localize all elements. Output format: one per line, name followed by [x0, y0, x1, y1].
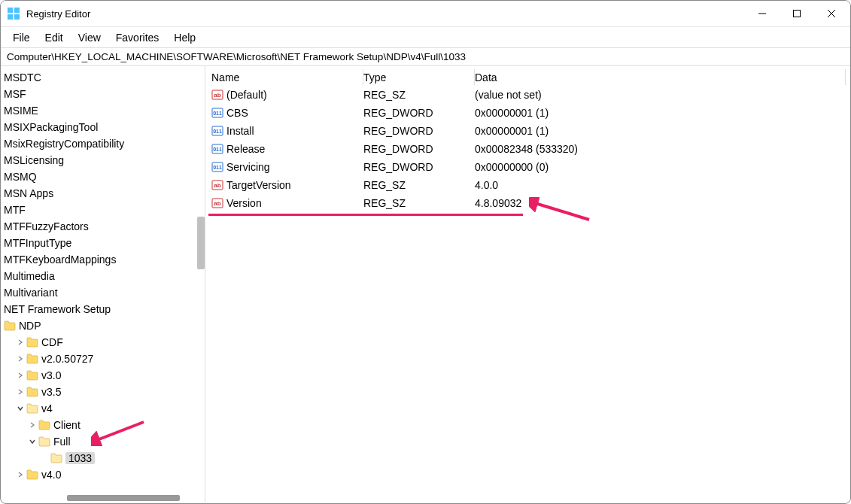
tree-item[interactable]: MsixRegistryCompatibility: [1, 135, 205, 152]
folder-icon: [38, 420, 50, 430]
value-row[interactable]: 011InstallREG_DWORD0x00000001 (1): [210, 122, 846, 140]
menubar: File Edit View Favorites Help: [1, 26, 850, 47]
folder-icon: [38, 436, 50, 447]
string-value-icon: ab: [211, 179, 223, 191]
tree-label: MSN Apps: [4, 187, 53, 199]
chevron-right-icon[interactable]: [28, 421, 37, 430]
chevron-down-icon[interactable]: [16, 404, 25, 413]
chevron-right-icon[interactable]: [16, 338, 25, 347]
tree-item[interactable]: MTF: [1, 202, 205, 218]
scrollbar-horizontal[interactable]: [67, 495, 180, 501]
value-name: Install: [226, 125, 254, 137]
value-row[interactable]: abVersionREG_SZ4.8.09032: [210, 194, 846, 212]
chevron-right-icon[interactable]: [16, 470, 25, 479]
tree-label: MTFInputType: [4, 237, 71, 249]
close-button[interactable]: [814, 2, 849, 26]
value-type: REG_SZ: [363, 197, 475, 209]
col-header-name[interactable]: Name: [210, 69, 363, 85]
col-header-data[interactable]: Data: [475, 69, 846, 85]
tree-label: MSLicensing: [4, 154, 64, 166]
menu-view[interactable]: View: [71, 29, 108, 46]
menu-help[interactable]: Help: [166, 29, 203, 46]
value-type: REG_SZ: [363, 89, 475, 101]
chevron-right-icon[interactable]: [16, 354, 25, 363]
menu-favorites[interactable]: Favorites: [108, 29, 167, 46]
tree-item[interactable]: MSIXPackagingTool: [1, 119, 205, 135]
svg-rect-5: [794, 11, 801, 17]
chevron-right-icon[interactable]: [16, 387, 25, 396]
tree-item[interactable]: 1033: [1, 450, 205, 466]
tree-item[interactable]: MSMQ: [1, 169, 205, 185]
svg-line-22: [535, 203, 589, 220]
tree-item[interactable]: NDP: [1, 317, 205, 334]
folder-icon: [26, 337, 38, 348]
tree-item[interactable]: MTFKeyboardMappings: [1, 251, 205, 268]
titlebar: Registry Editor: [1, 1, 850, 26]
tree-item[interactable]: v4.0: [1, 466, 205, 483]
folder-icon: [26, 387, 38, 397]
value-row[interactable]: 011CBSREG_DWORD0x00000001 (1): [210, 104, 846, 122]
tree-label: Multivariant: [4, 287, 58, 299]
chevron-down-icon[interactable]: [28, 437, 37, 446]
value-data: 4.0.0: [475, 179, 846, 191]
dword-value-icon: 011: [211, 125, 223, 137]
tree-item[interactable]: v2.0.50727: [1, 351, 205, 367]
svg-rect-0: [8, 8, 13, 13]
tree-label: MTFFuzzyFactors: [4, 220, 89, 232]
values-pane: Name Type Data ab(Default)REG_SZ(value n…: [205, 66, 850, 502]
tree-item[interactable]: MTFFuzzyFactors: [1, 218, 205, 235]
menu-edit[interactable]: Edit: [38, 29, 71, 46]
svg-text:ab: ab: [214, 92, 220, 99]
tree-item[interactable]: MTFInputType: [1, 235, 205, 251]
folder-icon: [50, 453, 62, 463]
tree-item[interactable]: MSF: [1, 86, 205, 102]
tree-item[interactable]: MSIME: [1, 102, 205, 119]
tree-item[interactable]: v3.5: [1, 384, 205, 400]
minimize-button[interactable]: [745, 2, 780, 26]
col-header-type[interactable]: Type: [363, 69, 475, 85]
tree-item[interactable]: MSN Apps: [1, 185, 205, 202]
tree-item[interactable]: v4: [1, 400, 205, 417]
tree-label: Full: [53, 436, 71, 448]
value-type: REG_DWORD: [363, 143, 475, 155]
string-value-icon: ab: [211, 197, 223, 209]
value-row[interactable]: abTargetVersionREG_SZ4.0.0: [210, 176, 846, 194]
value-row[interactable]: 011ServicingREG_DWORD0x00000000 (0): [210, 158, 846, 176]
tree-item[interactable]: MSDTC: [1, 69, 205, 86]
values-header: Name Type Data: [210, 69, 846, 86]
svg-text:ab: ab: [214, 200, 220, 207]
annotation-arrow-values: [529, 197, 597, 227]
address-bar[interactable]: Computer\HKEY_LOCAL_MACHINE\SOFTWARE\Mic…: [1, 47, 850, 66]
tree-item[interactable]: NET Framework Setup: [1, 301, 205, 317]
value-row[interactable]: 011ReleaseREG_DWORD0x00082348 (533320): [210, 140, 846, 158]
svg-line-23: [97, 422, 144, 440]
tree-item[interactable]: MSLicensing: [1, 152, 205, 169]
scrollbar-vertical[interactable]: [197, 217, 205, 269]
tree-label: MSIXPackagingTool: [4, 121, 98, 133]
tree-label: MSDTC: [4, 71, 41, 83]
tree-label: NET Framework Setup: [4, 303, 111, 315]
menu-file[interactable]: File: [5, 29, 38, 46]
maximize-button[interactable]: [780, 2, 814, 26]
svg-rect-2: [8, 14, 13, 20]
value-name: Servicing: [226, 161, 270, 173]
app-icon: [7, 7, 20, 20]
dword-value-icon: 011: [211, 107, 223, 119]
tree-item[interactable]: CDF: [1, 334, 205, 351]
chevron-right-icon[interactable]: [16, 371, 25, 380]
folder-icon: [26, 370, 38, 381]
svg-text:011: 011: [213, 165, 222, 170]
tree-label: MSF: [4, 88, 26, 100]
value-row[interactable]: ab(Default)REG_SZ(value not set): [210, 86, 846, 104]
tree-label: MSMQ: [4, 171, 37, 183]
tree-label: v3.5: [41, 386, 61, 398]
tree-item[interactable]: Multimedia: [1, 268, 205, 284]
svg-text:011: 011: [213, 129, 222, 134]
tree-label: NDP: [19, 320, 41, 332]
tree-item[interactable]: v3.0: [1, 367, 205, 384]
tree-label: 1033: [65, 452, 95, 464]
tree-item[interactable]: Multivariant: [1, 284, 205, 301]
svg-text:ab: ab: [214, 182, 220, 189]
svg-text:011: 011: [213, 147, 222, 152]
tree-label: Multimedia: [4, 270, 55, 282]
